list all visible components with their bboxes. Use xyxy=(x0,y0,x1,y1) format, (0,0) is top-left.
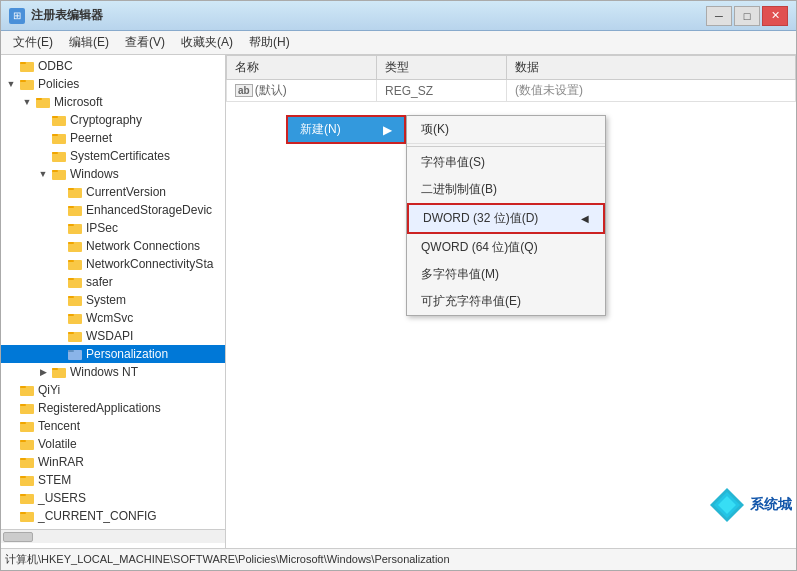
tree-item-tencent[interactable]: Tencent xyxy=(1,417,225,435)
submenu-item-string[interactable]: 字符串值(S) xyxy=(407,149,605,176)
expand-personalization[interactable] xyxy=(51,346,67,362)
menu-bar: 文件(E) 编辑(E) 查看(V) 收藏夹(A) 帮助(H) xyxy=(1,31,796,55)
tree-label-windows: Windows xyxy=(70,167,119,181)
menu-view[interactable]: 查看(V) xyxy=(117,32,173,53)
tree-item-peernet[interactable]: Peernet xyxy=(1,129,225,147)
expand-network-connections[interactable] xyxy=(51,238,67,254)
expand-enhancedstoragedevic[interactable] xyxy=(51,202,67,218)
tree-item-currentversion[interactable]: CurrentVersion xyxy=(1,183,225,201)
tree-item-safer[interactable]: safer xyxy=(1,273,225,291)
tree-item-enhancedstoragedevic[interactable]: EnhancedStorageDevic xyxy=(1,201,225,219)
expand-current-config[interactable] xyxy=(3,508,19,524)
submenu-item-expandstring[interactable]: 可扩充字符串值(E) xyxy=(407,288,605,315)
expand-networkconnectivitysta[interactable] xyxy=(51,256,67,272)
expand-users[interactable] xyxy=(3,490,19,506)
expand-winrar[interactable] xyxy=(3,454,19,470)
folder-icon-peernet xyxy=(51,131,67,145)
tree-item-network-connections[interactable]: Network Connections xyxy=(1,237,225,255)
expand-stem[interactable] xyxy=(3,472,19,488)
submenu-item-binary[interactable]: 二进制制值(B) xyxy=(407,176,605,203)
svg-rect-3 xyxy=(20,80,26,82)
expand-policies[interactable]: ▼ xyxy=(3,76,19,92)
watermark-logo xyxy=(708,486,746,524)
table-row[interactable]: ab (默认) REG_SZ (数值未设置) xyxy=(227,80,796,102)
svg-rect-9 xyxy=(52,134,58,136)
tree-scrollbar-h[interactable] xyxy=(1,529,225,543)
tree-item-winrar[interactable]: WinRAR xyxy=(1,453,225,471)
expand-safer[interactable] xyxy=(51,274,67,290)
tree-label-qiyi: QiYi xyxy=(38,383,60,397)
folder-icon-network-connections xyxy=(67,239,83,253)
svg-rect-5 xyxy=(36,98,42,100)
svg-rect-21 xyxy=(68,242,74,244)
tree-item-odbc[interactable]: ODBC xyxy=(1,57,225,75)
menu-favorites[interactable]: 收藏夹(A) xyxy=(173,32,241,53)
arrow-right-icon: ▶ xyxy=(383,123,392,137)
minimize-button[interactable]: ─ xyxy=(706,6,732,26)
tree-item-qiyi[interactable]: QiYi xyxy=(1,381,225,399)
tree-item-volatile[interactable]: Volatile xyxy=(1,435,225,453)
tree-label-system: System xyxy=(86,293,126,307)
tree-item-windows[interactable]: ▼ Windows xyxy=(1,165,225,183)
svg-rect-39 xyxy=(20,404,26,406)
tree-item-wcmsvc[interactable]: WcmSvc xyxy=(1,309,225,327)
tree-scroll-thumb[interactable] xyxy=(3,532,33,542)
menu-edit[interactable]: 编辑(E) xyxy=(61,32,117,53)
tree-label-windows-nt: Windows NT xyxy=(70,365,138,379)
tree-item-users[interactable]: _USERS xyxy=(1,489,225,507)
expand-wsdapi[interactable] xyxy=(51,328,67,344)
tree-item-registeredapplications[interactable]: RegisteredApplications xyxy=(1,399,225,417)
submenu-item-multistring[interactable]: 多字符串值(M) xyxy=(407,261,605,288)
tree-item-cryptography[interactable]: Cryptography xyxy=(1,111,225,129)
svg-rect-23 xyxy=(68,260,74,262)
folder-icon-registeredapplications xyxy=(19,401,35,415)
expand-microsoft[interactable]: ▼ xyxy=(19,94,35,110)
expand-windows[interactable]: ▼ xyxy=(35,166,51,182)
submenu-item-dword[interactable]: DWORD (32 位)值(D) ◀ xyxy=(407,203,605,234)
expand-odbc[interactable] xyxy=(3,58,19,74)
expand-currentversion[interactable] xyxy=(51,184,67,200)
tree-item-microsoft[interactable]: ▼ Microsoft xyxy=(1,93,225,111)
expand-ipsec[interactable] xyxy=(51,220,67,236)
tree-item-wsdapi[interactable]: WSDAPI xyxy=(1,327,225,345)
folder-icon-system xyxy=(67,293,83,307)
tree-label-winrar: WinRAR xyxy=(38,455,84,469)
svg-rect-41 xyxy=(20,422,26,424)
tree-item-networkconnectivitysta[interactable]: NetworkConnectivitySta xyxy=(1,255,225,273)
expand-qiyi[interactable] xyxy=(3,382,19,398)
menu-help[interactable]: 帮助(H) xyxy=(241,32,298,53)
menu-file[interactable]: 文件(E) xyxy=(5,32,61,53)
tree-item-personalization[interactable]: Personalization xyxy=(1,345,225,363)
expand-windows-nt[interactable]: ▶ xyxy=(35,364,51,380)
tree-item-system[interactable]: System xyxy=(1,291,225,309)
submenu-item-qword[interactable]: QWORD (64 位)值(Q) xyxy=(407,234,605,261)
expand-registeredapplications[interactable] xyxy=(3,400,19,416)
tree-item-stem[interactable]: STEM xyxy=(1,471,225,489)
folder-icon-qiyi xyxy=(19,383,35,397)
expand-tencent[interactable] xyxy=(3,418,19,434)
tree-label-enhancedstoragedevic: EnhancedStorageDevic xyxy=(86,203,212,217)
expand-systemcertificates[interactable] xyxy=(35,148,51,164)
expand-volatile[interactable] xyxy=(3,436,19,452)
tree-item-windows-nt[interactable]: ▶ Windows NT xyxy=(1,363,225,381)
new-menu-item-new[interactable]: 新建(N) ▶ xyxy=(288,117,404,142)
app-icon: ⊞ xyxy=(9,8,25,24)
svg-rect-13 xyxy=(52,170,58,172)
folder-icon-windows-nt xyxy=(51,365,67,379)
maximize-button[interactable]: □ xyxy=(734,6,760,26)
tree-label-currentversion: CurrentVersion xyxy=(86,185,166,199)
expand-peernet[interactable] xyxy=(35,130,51,146)
cell-name: ab (默认) xyxy=(227,80,377,102)
tree-item-systemcertificates[interactable]: SystemCertificates xyxy=(1,147,225,165)
expand-cryptography[interactable] xyxy=(35,112,51,128)
expand-wcmsvc[interactable] xyxy=(51,310,67,326)
expand-system[interactable] xyxy=(51,292,67,308)
registry-tree[interactable]: ODBC ▼ Policies ▼ Microsoft xyxy=(1,55,226,548)
tree-item-policies[interactable]: ▼ Policies xyxy=(1,75,225,93)
tree-label-networkconnectivitysta: NetworkConnectivitySta xyxy=(86,257,213,271)
submenu-item-key[interactable]: 项(K) xyxy=(407,116,605,144)
tree-item-ipsec[interactable]: IPSec xyxy=(1,219,225,237)
svg-rect-7 xyxy=(52,116,58,118)
tree-item-current-config[interactable]: _CURRENT_CONFIG xyxy=(1,507,225,525)
close-button[interactable]: ✕ xyxy=(762,6,788,26)
